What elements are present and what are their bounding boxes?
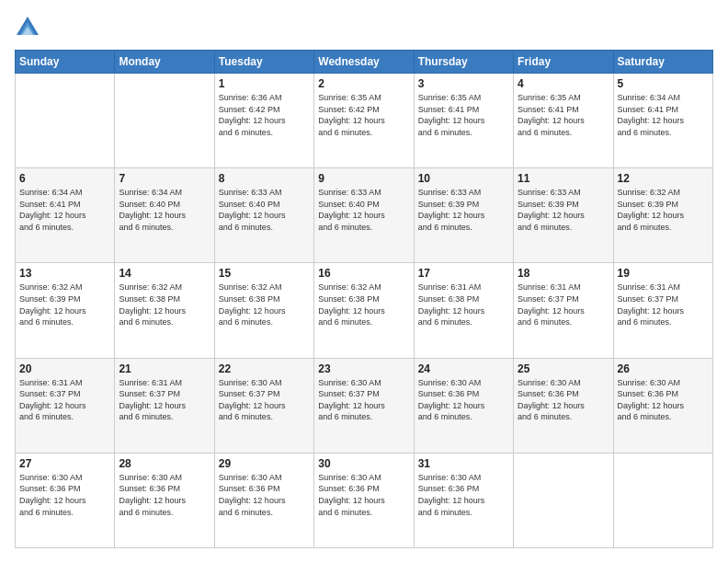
day-number: 26 bbox=[618, 362, 709, 375]
calendar-week-5: 27Sunrise: 6:30 AM Sunset: 6:36 PM Dayli… bbox=[16, 453, 713, 547]
calendar-cell: 3Sunrise: 6:35 AM Sunset: 6:41 PM Daylig… bbox=[414, 74, 513, 168]
day-number: 17 bbox=[418, 267, 509, 280]
day-info: Sunrise: 6:35 AM Sunset: 6:42 PM Dayligh… bbox=[318, 92, 409, 138]
day-info: Sunrise: 6:34 AM Sunset: 6:40 PM Dayligh… bbox=[119, 187, 210, 233]
weekday-sunday: Sunday bbox=[16, 51, 115, 74]
day-number: 2 bbox=[318, 77, 409, 90]
day-info: Sunrise: 6:32 AM Sunset: 6:38 PM Dayligh… bbox=[119, 282, 210, 327]
day-number: 20 bbox=[19, 362, 110, 375]
day-info: Sunrise: 6:31 AM Sunset: 6:37 PM Dayligh… bbox=[119, 377, 210, 423]
weekday-friday: Friday bbox=[514, 51, 613, 74]
day-info: Sunrise: 6:33 AM Sunset: 6:40 PM Dayligh… bbox=[318, 187, 409, 233]
day-info: Sunrise: 6:32 AM Sunset: 6:39 PM Dayligh… bbox=[618, 187, 709, 233]
page: SundayMondayTuesdayWednesdayThursdayFrid… bbox=[0, 0, 728, 563]
day-info: Sunrise: 6:30 AM Sunset: 6:36 PM Dayligh… bbox=[119, 472, 210, 518]
day-info: Sunrise: 6:30 AM Sunset: 6:36 PM Dayligh… bbox=[19, 472, 110, 518]
calendar-week-3: 13Sunrise: 6:32 AM Sunset: 6:39 PM Dayli… bbox=[16, 263, 713, 358]
calendar-cell: 16Sunrise: 6:32 AM Sunset: 6:38 PM Dayli… bbox=[314, 263, 414, 358]
calendar-cell: 20Sunrise: 6:31 AM Sunset: 6:37 PM Dayli… bbox=[16, 358, 115, 453]
day-number: 22 bbox=[219, 362, 310, 375]
calendar-cell: 26Sunrise: 6:30 AM Sunset: 6:36 PM Dayli… bbox=[613, 358, 712, 453]
day-info: Sunrise: 6:31 AM Sunset: 6:37 PM Dayligh… bbox=[19, 377, 110, 423]
day-info: Sunrise: 6:30 AM Sunset: 6:36 PM Dayligh… bbox=[518, 377, 609, 423]
weekday-monday: Monday bbox=[115, 51, 214, 74]
calendar-table: SundayMondayTuesdayWednesdayThursdayFrid… bbox=[15, 50, 713, 548]
day-number: 6 bbox=[19, 172, 110, 185]
day-info: Sunrise: 6:32 AM Sunset: 6:38 PM Dayligh… bbox=[318, 282, 409, 327]
day-info: Sunrise: 6:30 AM Sunset: 6:36 PM Dayligh… bbox=[318, 472, 409, 518]
header bbox=[15, 15, 713, 40]
calendar-cell: 6Sunrise: 6:34 AM Sunset: 6:41 PM Daylig… bbox=[16, 168, 115, 263]
calendar-cell: 10Sunrise: 6:33 AM Sunset: 6:39 PM Dayli… bbox=[414, 168, 513, 263]
day-number: 25 bbox=[518, 362, 609, 375]
calendar-cell: 5Sunrise: 6:34 AM Sunset: 6:41 PM Daylig… bbox=[613, 74, 712, 168]
day-info: Sunrise: 6:32 AM Sunset: 6:39 PM Dayligh… bbox=[19, 282, 110, 327]
calendar-cell: 13Sunrise: 6:32 AM Sunset: 6:39 PM Dayli… bbox=[16, 263, 115, 358]
calendar-cell: 9Sunrise: 6:33 AM Sunset: 6:40 PM Daylig… bbox=[314, 168, 414, 263]
day-number: 8 bbox=[219, 172, 310, 185]
day-number: 4 bbox=[518, 77, 609, 90]
day-info: Sunrise: 6:30 AM Sunset: 6:37 PM Dayligh… bbox=[318, 377, 409, 423]
day-number: 28 bbox=[119, 457, 210, 470]
day-number: 1 bbox=[219, 77, 310, 90]
calendar-cell: 25Sunrise: 6:30 AM Sunset: 6:36 PM Dayli… bbox=[514, 358, 613, 453]
calendar-cell: 30Sunrise: 6:30 AM Sunset: 6:36 PM Dayli… bbox=[314, 453, 414, 547]
day-info: Sunrise: 6:34 AM Sunset: 6:41 PM Dayligh… bbox=[19, 187, 110, 233]
weekday-saturday: Saturday bbox=[613, 51, 712, 74]
day-info: Sunrise: 6:33 AM Sunset: 6:40 PM Dayligh… bbox=[219, 187, 310, 233]
calendar-week-1: 1Sunrise: 6:36 AM Sunset: 6:42 PM Daylig… bbox=[16, 74, 713, 168]
day-number: 15 bbox=[219, 267, 310, 280]
day-number: 14 bbox=[119, 267, 210, 280]
calendar-cell: 27Sunrise: 6:30 AM Sunset: 6:36 PM Dayli… bbox=[16, 453, 115, 547]
day-number: 29 bbox=[219, 457, 310, 470]
day-number: 13 bbox=[19, 267, 110, 280]
calendar-cell bbox=[514, 453, 613, 547]
calendar-cell bbox=[16, 74, 115, 168]
day-info: Sunrise: 6:32 AM Sunset: 6:38 PM Dayligh… bbox=[219, 282, 310, 327]
day-number: 10 bbox=[418, 172, 509, 185]
calendar-cell: 15Sunrise: 6:32 AM Sunset: 6:38 PM Dayli… bbox=[214, 263, 313, 358]
day-number: 5 bbox=[618, 77, 709, 90]
calendar-cell: 12Sunrise: 6:32 AM Sunset: 6:39 PM Dayli… bbox=[613, 168, 712, 263]
day-number: 23 bbox=[318, 362, 409, 375]
day-info: Sunrise: 6:30 AM Sunset: 6:36 PM Dayligh… bbox=[618, 377, 709, 423]
day-number: 11 bbox=[518, 172, 609, 185]
day-number: 30 bbox=[318, 457, 409, 470]
day-number: 31 bbox=[418, 457, 509, 470]
day-number: 3 bbox=[418, 77, 509, 90]
calendar-cell: 8Sunrise: 6:33 AM Sunset: 6:40 PM Daylig… bbox=[214, 168, 313, 263]
calendar-cell: 19Sunrise: 6:31 AM Sunset: 6:37 PM Dayli… bbox=[613, 263, 712, 358]
calendar-cell bbox=[613, 453, 712, 547]
day-number: 21 bbox=[119, 362, 210, 375]
day-info: Sunrise: 6:30 AM Sunset: 6:37 PM Dayligh… bbox=[219, 377, 310, 423]
calendar-cell: 11Sunrise: 6:33 AM Sunset: 6:39 PM Dayli… bbox=[514, 168, 613, 263]
day-info: Sunrise: 6:33 AM Sunset: 6:39 PM Dayligh… bbox=[418, 187, 509, 233]
day-info: Sunrise: 6:31 AM Sunset: 6:37 PM Dayligh… bbox=[618, 282, 709, 327]
calendar-cell: 22Sunrise: 6:30 AM Sunset: 6:37 PM Dayli… bbox=[214, 358, 313, 453]
day-number: 27 bbox=[19, 457, 110, 470]
weekday-tuesday: Tuesday bbox=[214, 51, 313, 74]
calendar-cell: 4Sunrise: 6:35 AM Sunset: 6:41 PM Daylig… bbox=[514, 74, 613, 168]
weekday-wednesday: Wednesday bbox=[314, 51, 414, 74]
day-info: Sunrise: 6:36 AM Sunset: 6:42 PM Dayligh… bbox=[219, 92, 310, 138]
calendar-cell: 17Sunrise: 6:31 AM Sunset: 6:38 PM Dayli… bbox=[414, 263, 513, 358]
calendar-cell: 7Sunrise: 6:34 AM Sunset: 6:40 PM Daylig… bbox=[115, 168, 214, 263]
calendar-cell: 14Sunrise: 6:32 AM Sunset: 6:38 PM Dayli… bbox=[115, 263, 214, 358]
calendar-cell: 24Sunrise: 6:30 AM Sunset: 6:36 PM Dayli… bbox=[414, 358, 513, 453]
calendar-cell: 29Sunrise: 6:30 AM Sunset: 6:36 PM Dayli… bbox=[214, 453, 313, 547]
calendar-cell: 1Sunrise: 6:36 AM Sunset: 6:42 PM Daylig… bbox=[214, 74, 313, 168]
calendar-cell: 18Sunrise: 6:31 AM Sunset: 6:37 PM Dayli… bbox=[514, 263, 613, 358]
calendar-cell bbox=[115, 74, 214, 168]
day-number: 12 bbox=[618, 172, 709, 185]
calendar-cell: 21Sunrise: 6:31 AM Sunset: 6:37 PM Dayli… bbox=[115, 358, 214, 453]
weekday-thursday: Thursday bbox=[414, 51, 513, 74]
logo-icon bbox=[15, 15, 40, 40]
logo bbox=[15, 15, 44, 40]
day-number: 7 bbox=[119, 172, 210, 185]
calendar-cell: 31Sunrise: 6:30 AM Sunset: 6:36 PM Dayli… bbox=[414, 453, 513, 547]
calendar-cell: 2Sunrise: 6:35 AM Sunset: 6:42 PM Daylig… bbox=[314, 74, 414, 168]
day-info: Sunrise: 6:35 AM Sunset: 6:41 PM Dayligh… bbox=[418, 92, 509, 138]
day-info: Sunrise: 6:33 AM Sunset: 6:39 PM Dayligh… bbox=[518, 187, 609, 233]
calendar-week-2: 6Sunrise: 6:34 AM Sunset: 6:41 PM Daylig… bbox=[16, 168, 713, 263]
day-number: 9 bbox=[318, 172, 409, 185]
